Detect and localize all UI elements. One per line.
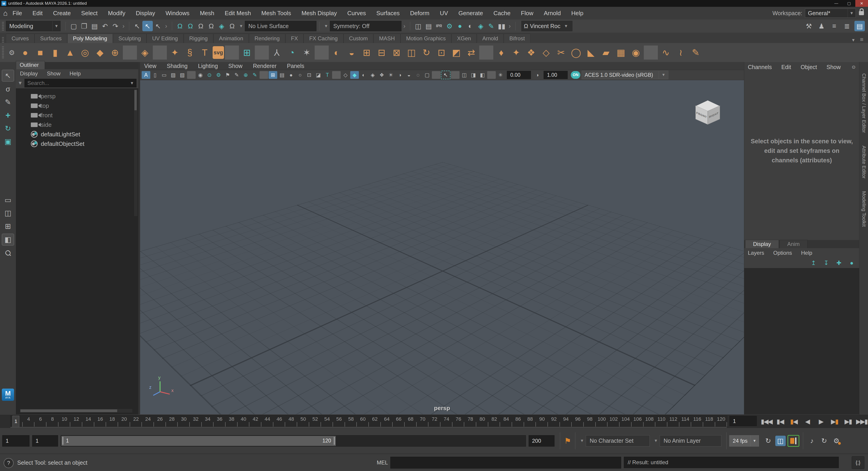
- shelf-tab[interactable]: Animation: [213, 34, 249, 43]
- grease-pencil-icon[interactable]: ✎: [232, 71, 241, 79]
- shelf-tab[interactable]: FX: [285, 34, 304, 43]
- step-back-frame-button[interactable]: ▮◀: [774, 416, 786, 427]
- select-region-icon[interactable]: ↖: [441, 71, 451, 79]
- paint-select-tool-icon[interactable]: ✎: [2, 97, 14, 108]
- select-hierarchy-icon[interactable]: ↖: [132, 21, 142, 31]
- film-gate-icon[interactable]: ▯: [151, 71, 159, 79]
- hypershade-icon[interactable]: ●: [455, 21, 465, 31]
- playback-loop-icon[interactable]: ↻: [763, 436, 773, 446]
- menu-item[interactable]: Flow: [521, 10, 533, 17]
- outliner-horizontal-scrollbar[interactable]: [20, 409, 132, 412]
- new-layer-icon[interactable]: ✚: [835, 259, 843, 267]
- home-icon[interactable]: ⌂: [3, 9, 7, 18]
- menu-item[interactable]: Mesh Tools: [261, 10, 291, 17]
- contrast-icon[interactable]: ◑: [533, 71, 541, 79]
- shelf-tab[interactable]: UV Editing: [147, 34, 183, 43]
- shelf-tab[interactable]: Surfaces: [34, 34, 67, 43]
- menu-item[interactable]: UV: [440, 10, 448, 17]
- resolution-gate-icon[interactable]: ▭: [160, 71, 168, 79]
- move-layer-up-icon[interactable]: ↥: [809, 259, 818, 267]
- workspace-dropdown[interactable]: General* ▼: [805, 9, 856, 18]
- extract-icon[interactable]: ⊠: [390, 45, 404, 60]
- timeline-ruler[interactable]: 2468101214161820222426283032343638404244…: [10, 415, 727, 427]
- symmetrize-icon[interactable]: ❖: [524, 45, 538, 60]
- wireframe-on-shaded-icon[interactable]: ❖: [377, 71, 386, 79]
- minimize-button[interactable]: —: [830, 0, 843, 7]
- sep[interactable]: [315, 45, 329, 60]
- isolate-select-icon[interactable]: ▢: [423, 71, 431, 79]
- shelf-tab[interactable]: XGen: [451, 34, 476, 43]
- sep[interactable]: [644, 45, 658, 60]
- annotate-pencil-icon[interactable]: ✎: [250, 71, 259, 79]
- menu-item[interactable]: Mesh: [200, 10, 214, 17]
- exposure-input[interactable]: [510, 72, 531, 78]
- sep[interactable]: [332, 71, 341, 79]
- save-scene-icon[interactable]: ▤: [89, 21, 100, 31]
- colorspace-dropdown[interactable]: ACES 1.0 SDR-video (sRGB) ▼: [582, 71, 668, 79]
- outliner-vertical-scrollbar[interactable]: [134, 89, 138, 216]
- animation-start-input[interactable]: [2, 435, 29, 446]
- snap-projected-center-icon[interactable]: Ω: [206, 21, 216, 31]
- image-plane-icon[interactable]: ▧: [178, 71, 187, 79]
- menu-item[interactable]: Arnold: [544, 10, 561, 17]
- smooth-icon[interactable]: ✦: [509, 45, 523, 60]
- four-pane-layout-icon[interactable]: ⊞: [2, 221, 14, 232]
- outliner-menu-item[interactable]: Help: [70, 70, 81, 77]
- go-to-start-button[interactable]: ▮◀◀: [761, 416, 772, 427]
- help-icon[interactable]: ?: [4, 458, 13, 468]
- toolbar-grip[interactable]: [2, 22, 4, 31]
- current-frame-input[interactable]: [730, 416, 760, 426]
- menu-item[interactable]: Display: [136, 10, 155, 17]
- audio-icon[interactable]: ♪: [807, 436, 817, 446]
- outliner-item[interactable]: side: [16, 120, 138, 130]
- separate-icon[interactable]: ⊟: [374, 45, 389, 60]
- sep[interactable]: [479, 45, 493, 60]
- layer-editor-toggle-icon[interactable]: ▤: [855, 21, 865, 31]
- symmetry-field[interactable]: Symmetry: Off: [330, 21, 401, 31]
- playback-start-input[interactable]: [32, 435, 58, 446]
- textured-icon[interactable]: ◈: [368, 71, 377, 79]
- side-tab[interactable]: Channel Box / Layer Editor: [861, 73, 867, 133]
- make-live-icon[interactable]: Ω: [227, 21, 237, 31]
- playback-options-icon[interactable]: ◫: [775, 436, 786, 446]
- select-component-icon[interactable]: ↖: [153, 21, 163, 31]
- xray-icon[interactable]: ◫: [460, 71, 469, 79]
- menu-set-dropdown[interactable]: Modeling ▼: [6, 21, 61, 31]
- script-editor-icon[interactable]: {;}: [852, 456, 864, 469]
- menu-item[interactable]: Deform: [410, 10, 429, 17]
- unshaded-sphere-icon[interactable]: ○: [296, 71, 305, 79]
- snap-curve-icon[interactable]: Ω: [185, 21, 196, 31]
- shelf-grip[interactable]: [2, 37, 4, 43]
- menu-item[interactable]: Generate: [458, 10, 483, 17]
- command-language-button[interactable]: MEL: [377, 460, 388, 466]
- bookmark-add-icon[interactable]: ⚑: [564, 436, 571, 445]
- cv-curve-tool-icon[interactable]: ∿: [659, 45, 673, 60]
- sep[interactable]: [487, 71, 496, 79]
- range-handle-left[interactable]: [62, 437, 63, 445]
- shelf-tab[interactable]: FX Caching: [304, 34, 343, 43]
- go-to-end-button[interactable]: ▶▶▮: [856, 416, 867, 427]
- motion-blur-icon[interactable]: ◌: [414, 71, 422, 79]
- channel-box-menu-item[interactable]: Show: [827, 64, 841, 70]
- poly-plane-icon[interactable]: ◆: [93, 45, 107, 60]
- combine-icon[interactable]: ⊞: [360, 45, 374, 60]
- menu-item[interactable]: Mesh Display: [302, 10, 337, 17]
- range-handle-right[interactable]: [334, 437, 335, 445]
- chevron-down-icon[interactable]: ▼: [654, 438, 658, 443]
- modeling-toolkit-toggle-icon[interactable]: ⚒: [804, 21, 814, 31]
- rotate-tool-icon[interactable]: ↻: [2, 123, 14, 134]
- attribute-editor-toggle-icon[interactable]: ≣: [842, 21, 852, 31]
- light-editor-icon[interactable]: ◐: [465, 21, 475, 31]
- sep[interactable]: [225, 45, 239, 60]
- bookmark-icon[interactable]: ⚑: [223, 71, 232, 79]
- poly-cone-icon[interactable]: ▲: [63, 45, 77, 60]
- project-curve-icon[interactable]: ◣: [584, 45, 598, 60]
- sep[interactable]: [123, 45, 137, 60]
- panel-splitter[interactable]: [138, 62, 140, 414]
- shelf-tab[interactable]: Poly Modeling: [67, 34, 113, 43]
- chevron-down-icon[interactable]: ▼: [847, 9, 856, 18]
- viewport-menu-item[interactable]: View: [144, 63, 156, 69]
- character-set-dropdown[interactable]: No Character Set: [586, 435, 650, 446]
- quad-draw-icon[interactable]: ▰: [599, 45, 613, 60]
- film-icon[interactable]: ▤: [278, 71, 286, 79]
